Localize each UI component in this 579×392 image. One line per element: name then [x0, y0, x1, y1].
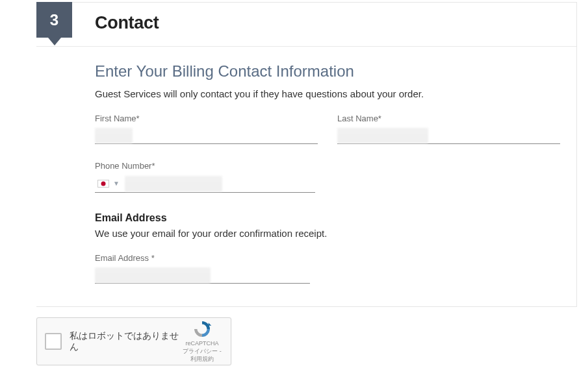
recaptcha-checkbox[interactable] [45, 333, 62, 350]
first-name-field: First Name* [95, 114, 318, 144]
step-number: 3 [50, 11, 58, 29]
panel-title: Contact [95, 13, 576, 33]
chevron-down-icon[interactable]: ▼ [113, 180, 120, 187]
redacted-value [337, 128, 428, 143]
svg-marker-0 [209, 323, 212, 326]
first-name-label: First Name* [95, 114, 318, 123]
phone-field: Phone Number* ▼ [95, 161, 315, 193]
recaptcha-widget: 私はロボットではありません reCAPTCHA プライバシー - 利用規約 [36, 317, 231, 365]
email-heading: Email Address [95, 212, 560, 224]
email-description: We use your email for your order confirm… [95, 228, 560, 239]
recaptcha-brand-text: reCAPTCHA [180, 340, 224, 348]
recaptcha-branding: reCAPTCHA プライバシー - 利用規約 [180, 319, 224, 363]
phone-row: Phone Number* ▼ [95, 161, 560, 193]
japan-flag-icon[interactable] [97, 180, 109, 188]
recaptcha-logo-icon [192, 319, 212, 339]
panel-header: Contact [36, 3, 576, 47]
billing-description: Guest Services will only contact you if … [95, 88, 560, 99]
name-row: First Name* Last Name* [95, 114, 560, 144]
recaptcha-label: 私はロボットではありません [70, 330, 180, 353]
email-field: Email Address * [95, 253, 310, 284]
redacted-value [95, 267, 211, 283]
billing-heading: Enter Your Billing Contact Information [95, 62, 560, 80]
redacted-value [95, 128, 133, 143]
recaptcha-links: プライバシー - 利用規約 [180, 348, 224, 363]
email-label: Email Address * [95, 253, 310, 263]
phone-label: Phone Number* [95, 161, 315, 171]
panel-content: Enter Your Billing Contact Information G… [36, 47, 576, 284]
recaptcha-terms-link[interactable]: 利用規約 [190, 356, 214, 362]
last-name-label: Last Name* [337, 114, 560, 123]
phone-input-wrap: ▼ [95, 175, 315, 193]
step-badge: 3 [36, 2, 72, 38]
contact-panel: 3 Contact Enter Your Billing Contact Inf… [36, 2, 577, 307]
redacted-value [125, 176, 222, 191]
recaptcha-privacy-link[interactable]: プライバシー [183, 348, 218, 354]
last-name-field: Last Name* [337, 114, 560, 144]
